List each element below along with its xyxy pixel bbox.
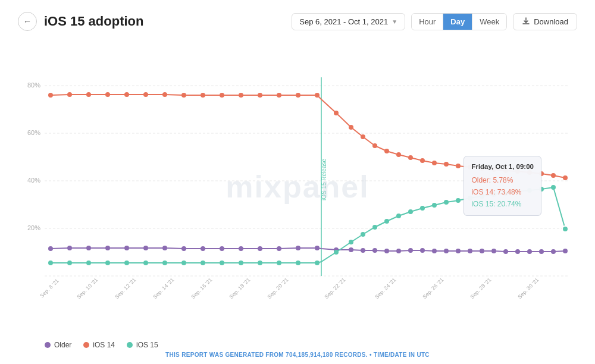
svg-point-84	[105, 261, 110, 265]
svg-point-18	[181, 93, 186, 98]
svg-point-76	[515, 249, 520, 254]
svg-point-71	[456, 249, 461, 253]
svg-point-101	[396, 214, 401, 218]
chart-svg: 80% 60% 40% 20% iOS 15 Release	[18, 40, 577, 337]
download-label: Download	[534, 17, 568, 26]
svg-point-80	[563, 249, 568, 253]
svg-point-20	[220, 93, 224, 98]
svg-point-35	[444, 162, 449, 167]
svg-point-34	[432, 161, 437, 165]
svg-point-47	[67, 246, 72, 250]
page-title: iOS 15 adoption	[44, 14, 143, 29]
svg-point-82	[67, 261, 72, 265]
svg-text:60%: 60%	[27, 129, 40, 136]
svg-point-19	[201, 93, 205, 98]
back-button[interactable]: ←	[18, 12, 37, 31]
hour-button[interactable]: Hour	[412, 14, 443, 30]
footer-text-after: RECORDS. • TIME/DATE IN UTC	[333, 352, 430, 358]
svg-point-30	[384, 149, 389, 153]
svg-point-108	[480, 194, 484, 199]
svg-point-63	[361, 248, 365, 253]
older-label: Older	[54, 341, 71, 349]
svg-text:Sep. 10 '21: Sep. 10 '21	[76, 277, 99, 300]
svg-point-57	[258, 246, 262, 251]
svg-point-52	[162, 246, 167, 250]
svg-point-48	[86, 246, 91, 250]
older-dot	[45, 342, 51, 348]
svg-point-104	[432, 203, 437, 208]
svg-point-39	[491, 167, 496, 172]
download-icon	[522, 17, 530, 26]
svg-point-105	[444, 200, 449, 205]
svg-text:iOS 15 Release: iOS 15 Release	[321, 159, 327, 200]
svg-point-73	[480, 249, 484, 253]
svg-point-111	[515, 189, 520, 194]
svg-point-86	[143, 261, 148, 265]
svg-point-92	[258, 261, 262, 265]
svg-point-29	[372, 143, 377, 148]
date-range-button[interactable]: Sep 6, 2021 - Oct 1, 2021 ▼	[292, 13, 405, 30]
download-button[interactable]: Download	[513, 13, 577, 30]
svg-point-85	[124, 261, 129, 265]
svg-point-97	[349, 240, 353, 244]
svg-point-107	[468, 196, 472, 200]
svg-point-67	[408, 248, 413, 253]
date-range-label: Sep 6, 2021 - Oct 1, 2021	[299, 17, 388, 26]
legend-item-ios15: iOS 15	[127, 341, 158, 349]
svg-point-77	[527, 249, 532, 254]
svg-point-42	[527, 170, 532, 175]
svg-point-62	[349, 247, 353, 252]
svg-text:Sep. 24 '21: Sep. 24 '21	[374, 277, 397, 300]
svg-point-12	[67, 92, 72, 97]
svg-point-40	[503, 168, 508, 173]
svg-point-68	[420, 248, 425, 253]
svg-text:Sep. 18 '21: Sep. 18 '21	[228, 277, 251, 300]
svg-point-22	[258, 93, 262, 98]
svg-text:Sep. 26 '21: Sep. 26 '21	[421, 277, 444, 300]
day-button[interactable]: Day	[443, 14, 472, 30]
header-right: Sep 6, 2021 - Oct 1, 2021 ▼ Hour Day Wee…	[292, 13, 577, 30]
svg-point-37	[468, 165, 472, 170]
footer-records: 704,185,914,180	[286, 352, 333, 358]
svg-text:20%: 20%	[27, 224, 40, 231]
svg-point-45	[563, 175, 568, 180]
svg-point-27	[349, 125, 353, 130]
legend-item-ios14: iOS 14	[83, 341, 115, 349]
svg-point-21	[239, 93, 243, 98]
svg-point-14	[105, 92, 110, 97]
svg-point-72	[468, 249, 472, 253]
svg-point-17	[162, 92, 167, 97]
svg-point-115	[562, 226, 568, 232]
svg-point-75	[503, 249, 508, 254]
svg-point-94	[296, 261, 300, 265]
svg-text:Sep. 30 '21: Sep. 30 '21	[516, 277, 540, 300]
svg-point-93	[277, 261, 281, 265]
svg-point-59	[296, 246, 300, 250]
svg-point-98	[361, 232, 365, 237]
legend-item-older: Older	[45, 341, 71, 349]
svg-point-65	[384, 249, 389, 253]
svg-point-113	[539, 187, 544, 192]
svg-point-33	[420, 158, 425, 163]
week-button[interactable]: Week	[472, 14, 506, 30]
svg-point-103	[420, 206, 425, 211]
header: ← iOS 15 adoption Sep 6, 2021 - Oct 1, 2…	[18, 12, 577, 31]
legend: Older iOS 14 iOS 15	[18, 341, 577, 349]
svg-point-16	[143, 92, 148, 97]
svg-point-23	[277, 93, 281, 98]
header-left: ← iOS 15 adoption	[18, 12, 143, 31]
footer: THIS REPORT WAS GENERATED FROM 704,185,9…	[18, 352, 577, 358]
svg-point-32	[408, 155, 413, 160]
svg-point-15	[124, 92, 129, 97]
svg-point-38	[480, 166, 484, 171]
svg-point-46	[48, 246, 53, 251]
svg-point-109	[491, 192, 496, 197]
svg-point-55	[220, 246, 224, 251]
chart-area: mixpanel 80% 60% 40% 20% iOS 15 Release	[18, 40, 577, 337]
ios14-dot	[83, 342, 89, 348]
svg-point-70	[444, 249, 449, 253]
svg-point-51	[143, 246, 148, 250]
svg-point-60	[315, 246, 320, 250]
svg-point-31	[396, 152, 401, 157]
svg-point-49	[105, 246, 110, 250]
